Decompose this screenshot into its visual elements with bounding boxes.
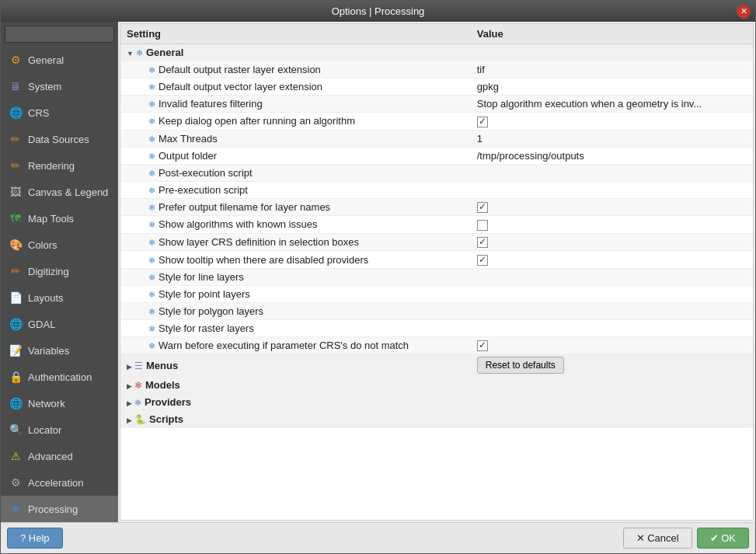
sidebar-item-locator[interactable]: 🔍Locator bbox=[1, 416, 118, 443]
setting-label: Prefer output filename for layer names bbox=[159, 201, 330, 213]
table-row[interactable]: ❄Post-execution script bbox=[120, 164, 753, 181]
table-row[interactable]: ❄Keep dialog open after running an algor… bbox=[120, 113, 753, 131]
sidebar-item-gdal[interactable]: 🌐GDAL bbox=[1, 311, 118, 337]
value-cell bbox=[471, 285, 753, 302]
checkbox-checked[interactable] bbox=[477, 202, 488, 213]
table-row[interactable]: ❄Style for polygon layers bbox=[120, 302, 753, 319]
checkbox-checked[interactable] bbox=[477, 237, 488, 248]
table-row[interactable]: ❄Prefer output filename for layer names bbox=[120, 198, 753, 216]
checkbox-checked[interactable] bbox=[477, 117, 488, 127]
snowflake-icon: ❄ bbox=[148, 307, 155, 316]
checkbox-checked[interactable] bbox=[477, 340, 488, 351]
table-row[interactable]: ❄Invalid features filteringStop algorith… bbox=[120, 96, 753, 113]
sidebar-item-label-colors: Colors bbox=[28, 239, 57, 251]
setting-label: Style for polygon layers bbox=[159, 305, 263, 317]
table-row[interactable]: ❄Max Threads1 bbox=[120, 130, 753, 147]
checkbox-unchecked[interactable] bbox=[477, 220, 488, 231]
table-row[interactable]: ❄Style for raster layers bbox=[120, 319, 753, 336]
table-row[interactable]: ❄Default output vector layer extensiongp… bbox=[120, 78, 753, 96]
expand-arrow-icon[interactable]: ▶ bbox=[127, 382, 132, 390]
setting-cell: ❄Show algorithms with known issues bbox=[120, 216, 471, 234]
sidebar-item-rendering[interactable]: ✏Rendering bbox=[1, 152, 118, 179]
main-panel: Setting Value ▼❄General❄Default output r… bbox=[118, 22, 755, 522]
sidebar-item-advanced[interactable]: ⚠Advanced bbox=[1, 443, 118, 469]
setting-label: Style for line layers bbox=[159, 271, 244, 283]
checkbox-checked[interactable] bbox=[477, 255, 488, 266]
crs-icon: 🌐 bbox=[9, 106, 23, 120]
setting-label: Keep dialog open after running an algori… bbox=[159, 115, 355, 127]
setting-cell: ❄Keep dialog open after running an algor… bbox=[120, 113, 471, 131]
variables-icon: 📝 bbox=[9, 343, 23, 357]
setting-label: Post-execution script bbox=[159, 167, 253, 179]
table-row[interactable]: ▼❄General bbox=[120, 44, 753, 61]
expand-arrow-icon[interactable]: ▶ bbox=[127, 363, 132, 371]
table-row[interactable]: ▶🐍Scripts bbox=[120, 411, 753, 428]
general-icon: ⚙ bbox=[9, 53, 23, 67]
setting-cell: ❄Style for point layers bbox=[120, 285, 471, 302]
model-icon: ❄ bbox=[134, 380, 142, 391]
snowflake-icon: ❄ bbox=[148, 290, 155, 299]
sidebar-item-label-system: System bbox=[28, 81, 61, 92]
setting-label: Models bbox=[145, 379, 180, 391]
snowflake-icon: ❄ bbox=[134, 398, 141, 407]
sidebar-item-network[interactable]: 🌐Network bbox=[1, 390, 118, 416]
table-row[interactable]: ❄Pre-execution script bbox=[120, 181, 753, 198]
setting-cell: ❄Show layer CRS definition in selection … bbox=[120, 233, 471, 251]
value-cell bbox=[471, 216, 753, 234]
help-button[interactable]: ? Help bbox=[7, 528, 63, 549]
sidebar-item-processing[interactable]: ❄Processing bbox=[1, 496, 118, 522]
table-row[interactable]: ❄Default output raster layer extensionti… bbox=[120, 61, 753, 78]
setting-cell: ▼❄General bbox=[120, 44, 471, 61]
table-row[interactable]: ❄Warn before executing if parameter CRS'… bbox=[120, 336, 753, 354]
datasources-icon: ✏ bbox=[9, 132, 23, 146]
search-input[interactable] bbox=[5, 26, 114, 43]
sidebar-item-general[interactable]: ⚙General bbox=[1, 47, 118, 73]
sidebar-item-digitizing[interactable]: ✏Digitizing bbox=[1, 258, 118, 284]
table-row[interactable]: ❄Style for point layers bbox=[120, 285, 753, 302]
sidebar-item-colors[interactable]: 🎨Colors bbox=[1, 232, 118, 258]
table-row[interactable]: ▶☰MenusReset to defaults bbox=[120, 354, 753, 377]
table-row[interactable]: ❄Show algorithms with known issues bbox=[120, 216, 753, 234]
setting-cell: ❄Prefer output filename for layer names bbox=[120, 198, 471, 216]
search-box bbox=[1, 22, 118, 47]
setting-label: Show layer CRS definition in selection b… bbox=[159, 236, 359, 248]
table-row[interactable]: ▶❄Models bbox=[120, 377, 753, 394]
table-row[interactable]: ❄Style for line layers bbox=[120, 268, 753, 285]
setting-label: Style for raster layers bbox=[159, 322, 254, 334]
expand-arrow-icon[interactable]: ▶ bbox=[127, 416, 132, 424]
expand-arrow-icon[interactable]: ▶ bbox=[127, 399, 132, 407]
sidebar-item-label-authentication: Authentication bbox=[28, 371, 92, 383]
table-row[interactable]: ❄Show tooltip when there are disabled pr… bbox=[120, 251, 753, 269]
network-icon: 🌐 bbox=[9, 396, 23, 410]
snowflake-icon: ❄ bbox=[148, 117, 155, 126]
sidebar-item-variables[interactable]: 📝Variables bbox=[1, 337, 118, 364]
table-row[interactable]: ❄Show layer CRS definition in selection … bbox=[120, 233, 753, 251]
expand-arrow-icon[interactable]: ▼ bbox=[127, 50, 134, 57]
sidebar-item-canvas[interactable]: 🖼Canvas & Legend bbox=[1, 179, 118, 205]
sidebar-item-datasources[interactable]: ✏Data Sources bbox=[1, 126, 118, 152]
cancel-button[interactable]: ✕ Cancel bbox=[623, 528, 692, 549]
sidebar-item-label-layouts: Layouts bbox=[28, 292, 64, 304]
setting-cell: ❄Default output vector layer extension bbox=[120, 78, 471, 96]
reset-to-defaults-button[interactable]: Reset to defaults bbox=[477, 357, 564, 374]
setting-cell: ❄Post-execution script bbox=[120, 164, 471, 181]
sidebar-item-authentication[interactable]: 🔒Authentication bbox=[1, 364, 118, 390]
table-row[interactable]: ❄Output folder/tmp/processing/outputs bbox=[120, 147, 753, 164]
sidebar-item-acceleration[interactable]: ⚙Acceleration bbox=[1, 469, 118, 496]
setting-label: Show tooltip when there are disabled pro… bbox=[159, 254, 368, 266]
gdal-icon: 🌐 bbox=[9, 317, 23, 331]
setting-label: General bbox=[146, 47, 183, 58]
setting-cell: ❄Default output raster layer extension bbox=[120, 61, 471, 78]
table-row[interactable]: ▶❄Providers bbox=[120, 394, 753, 411]
sidebar-item-maptools[interactable]: 🗺Map Tools bbox=[1, 205, 118, 232]
sidebar-item-system[interactable]: 🖥System bbox=[1, 73, 118, 99]
setting-label: Max Threads bbox=[159, 133, 218, 145]
setting-cell: ❄Style for raster layers bbox=[120, 319, 471, 336]
snowflake-icon: ❄ bbox=[148, 152, 155, 161]
sidebar-item-layouts[interactable]: 📄Layouts bbox=[1, 284, 118, 311]
settings-table: Setting Value ▼❄General❄Default output r… bbox=[120, 24, 753, 428]
close-button[interactable]: ✕ bbox=[737, 5, 751, 19]
ok-button[interactable]: ✔ OK bbox=[697, 528, 749, 549]
value-cell bbox=[471, 198, 753, 216]
sidebar-item-crs[interactable]: 🌐CRS bbox=[1, 99, 118, 126]
